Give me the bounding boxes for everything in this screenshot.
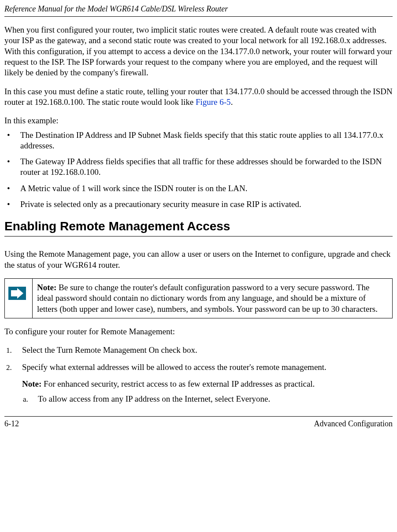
- list-item: The Gateway IP Address fields specifies …: [4, 156, 393, 178]
- inline-note-label: Note:: [22, 379, 41, 388]
- list-item: To allow access from any IP address on t…: [22, 394, 393, 404]
- list-item: Specify what external addresses will be …: [4, 362, 393, 373]
- in-this-example-label: In this example:: [4, 115, 393, 126]
- footer-rule: [4, 416, 393, 417]
- running-header: Reference Manual for the Model WGR614 Ca…: [4, 4, 393, 14]
- section-intro-paragraph: Using the Remote Management page, you ca…: [4, 249, 393, 270]
- list-item: Private is selected only as a precaution…: [4, 199, 393, 210]
- note-icon-cell: [5, 279, 33, 318]
- figure-reference-link[interactable]: Figure 6-5: [196, 97, 231, 107]
- header-rule: [4, 16, 393, 17]
- note-label: Note:: [37, 283, 56, 292]
- body-paragraph-2-text-b: .: [231, 97, 233, 107]
- example-bullet-list: The Destination IP Address and IP Subnet…: [4, 130, 393, 210]
- body-paragraph-1: When you first configured your router, t…: [4, 25, 393, 78]
- body-paragraph-2: In this case you must define a static ro…: [4, 86, 393, 108]
- note-callout: Note: Be sure to change the router's def…: [4, 278, 393, 318]
- note-text-cell: Note: Be sure to change the router's def…: [33, 279, 393, 318]
- list-item: The Destination IP Address and IP Subnet…: [4, 130, 393, 151]
- section-heading: Enabling Remote Management Access: [4, 219, 393, 233]
- inline-note: Note: For enhanced security, restrict ac…: [22, 379, 393, 389]
- inline-note-text: For enhanced security, restrict access t…: [41, 379, 315, 388]
- section-rule: [4, 236, 393, 236]
- arrow-right-icon: [8, 287, 26, 300]
- note-body-text: Be sure to change the router's default c…: [37, 283, 378, 314]
- list-item: Select the Turn Remote Management On che…: [4, 345, 393, 355]
- page-number: 6-12: [4, 419, 19, 429]
- footer-section-name: Advanced Configuration: [314, 419, 393, 429]
- configure-intro: To configure your router for Remote Mana…: [4, 326, 393, 337]
- page-footer: 6-12 Advanced Configuration: [4, 419, 393, 434]
- numbered-steps-list: Select the Turn Remote Management On che…: [4, 345, 393, 373]
- list-item: A Metric value of 1 will work since the …: [4, 183, 393, 194]
- alpha-steps-list: To allow access from any IP address on t…: [22, 394, 393, 404]
